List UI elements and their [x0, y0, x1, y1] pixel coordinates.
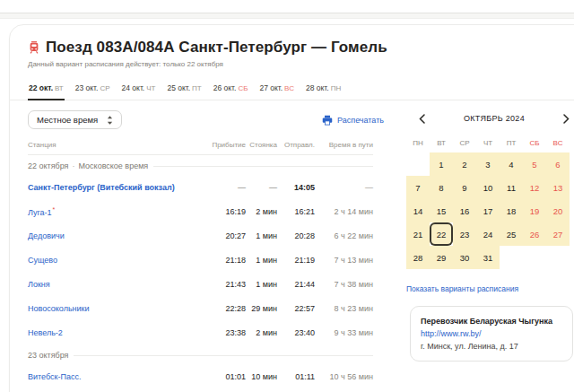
station-link[interactable]: Санкт-Петербург (Витебский вокзал) — [28, 183, 175, 192]
station-link[interactable]: Локня — [28, 280, 50, 289]
tab-weekday: СР — [100, 84, 109, 92]
schedule-validity-note: Данный вариант расписания действует: тол… — [28, 60, 574, 68]
calendar-next-button[interactable] — [561, 112, 571, 126]
weekday-header: СР — [453, 135, 476, 150]
carrier-title: Перевозчик Беларуская Чыгунка — [421, 315, 562, 327]
station-row: Витебск-Пасс. 01:01 10 мин 01:11 10 ч 56… — [28, 364, 373, 388]
calendar-day[interactable]: 9 — [453, 176, 476, 199]
calendar-day[interactable]: 22 — [430, 222, 453, 246]
departure-time: 21:19 — [277, 256, 315, 265]
weekday-header: СБ — [523, 135, 546, 150]
carrier-address: г. Минск, ул. Ленина, д. 17 — [421, 340, 562, 353]
calendar-day[interactable]: 4 — [500, 152, 523, 176]
stop-duration: 2 мин — [246, 207, 277, 216]
section-divider-line — [74, 355, 373, 356]
calendar-day[interactable]: 3 — [476, 152, 500, 176]
calendar-day[interactable]: 12 — [523, 176, 546, 199]
stop-duration: 1 мин — [246, 231, 277, 240]
arrival-time: — — [183, 183, 246, 192]
calendar-day[interactable]: 10 — [476, 176, 500, 199]
elapsed-time: 2 ч 14 мин — [315, 207, 373, 216]
header: Поезд 083А/084А Санкт-Петербург — Гомель… — [10, 25, 574, 68]
date-tab[interactable]: 28 окт.ПН — [305, 79, 342, 100]
calendar-day[interactable]: 14 — [406, 199, 430, 222]
calendar-day[interactable]: 30 — [453, 246, 476, 269]
station-cell: Новосокольники — [28, 304, 183, 313]
carrier-card: Перевозчик Беларуская Чыгунка http://www… — [410, 306, 573, 362]
station-link[interactable]: Сущево — [28, 256, 57, 265]
weekday-header: ПТ — [500, 135, 523, 150]
weekday-header-row: ПНВТСРЧТПТСБВС — [406, 135, 574, 150]
calendar-day[interactable]: 11 — [500, 176, 523, 199]
calendar-day[interactable]: 15 — [430, 199, 453, 222]
date-tab[interactable]: 22 окт.ВТ — [28, 79, 65, 100]
train-schedule-card: Поезд 083А/084А Санкт-Петербург — Гомель… — [9, 24, 574, 392]
calendar-day[interactable]: 8 — [430, 176, 453, 199]
calendar-day[interactable]: 29 — [430, 246, 453, 269]
station-link[interactable]: Невель-2 — [28, 328, 63, 337]
calendar-day[interactable]: 5 — [523, 152, 546, 176]
station-cell: Невель-2 — [28, 328, 183, 337]
printer-icon — [322, 115, 333, 126]
calendar-day[interactable]: 31 — [476, 246, 500, 269]
station-link[interactable]: Новосокольники — [28, 304, 90, 313]
tab-date: 25 окт. — [167, 83, 190, 92]
tab-date: 22 окт. — [29, 83, 53, 92]
elapsed-time: 7 ч 38 мин — [315, 280, 373, 289]
calendar-day[interactable]: 27 — [546, 222, 570, 246]
elapsed-time: — — [315, 183, 373, 192]
calendar-day — [523, 246, 546, 269]
tab-date: 23 окт. — [75, 83, 99, 92]
date-tab[interactable]: 24 окт.ЧТ — [121, 79, 157, 100]
calendar-day[interactable]: 13 — [546, 176, 570, 199]
calendar-day[interactable]: 6 — [546, 152, 570, 176]
calendar-day[interactable]: 28 — [406, 246, 430, 269]
calendar-day[interactable]: 1 — [430, 152, 453, 176]
calendar-day[interactable]: 24 — [476, 222, 500, 246]
print-button[interactable]: Распечатать — [322, 115, 384, 126]
arrival-time: 21:18 — [183, 256, 246, 265]
station-row: Сущево 21:18 1 мин 21:19 7 ч 13 мин — [28, 248, 373, 272]
date-tab[interactable]: 27 окт.ВС — [258, 79, 295, 100]
arrival-time: 16:19 — [183, 207, 246, 216]
col-header-station: Станция — [28, 141, 183, 149]
calendar-day — [500, 246, 523, 269]
col-header-departure: Отправл. — [277, 141, 315, 149]
station-footnote-mark: * — [53, 206, 56, 213]
calendar-day — [546, 246, 570, 269]
calendar: ОКТЯБРЬ 2024 ПНВТСРЧТПТСБВС 123456789101… — [404, 111, 574, 269]
calendar-day[interactable]: 21 — [406, 222, 430, 246]
page-top-strip — [0, 13, 574, 19]
section-divider-line — [153, 166, 373, 167]
calendar-prev-button[interactable] — [417, 112, 427, 126]
calendar-day[interactable]: 25 — [500, 222, 523, 246]
calendar-grid: 1234567891011121314151617181920212223242… — [406, 152, 574, 269]
calendar-day[interactable]: 19 — [523, 199, 546, 222]
station-link[interactable]: Дедовичи — [28, 231, 65, 240]
calendar-day[interactable]: 20 — [546, 199, 570, 222]
calendar-day[interactable]: 23 — [453, 222, 476, 246]
calendar-month-title: ОКТЯБРЬ 2024 — [464, 114, 525, 123]
train-icon — [28, 40, 40, 55]
weekday-header: ВС — [546, 135, 570, 150]
date-tab[interactable]: 23 окт.СР — [74, 79, 111, 100]
time-mode-select[interactable]: Местное время — [28, 110, 122, 129]
calendar-day[interactable]: 2 — [453, 152, 476, 176]
calendar-day[interactable]: 7 — [406, 176, 430, 199]
calendar-day[interactable]: 26 — [523, 222, 546, 246]
table-header-row: Станция Прибытие Стоянка Отправл. Время … — [28, 141, 373, 149]
calendar-day[interactable]: 17 — [476, 199, 500, 222]
calendar-day[interactable]: 18 — [500, 199, 523, 222]
tab-date: 28 окт. — [306, 83, 329, 92]
calendar-day[interactable]: 16 — [453, 199, 476, 222]
show-schedule-variants-link[interactable]: Показать варианты расписания — [406, 284, 518, 293]
station-link[interactable]: Витебск-Пасс. — [28, 372, 81, 381]
stop-duration: 2 мин — [246, 328, 277, 337]
date-tab[interactable]: 25 окт.ПТ — [166, 79, 202, 100]
chevron-right-icon — [563, 114, 570, 124]
station-link[interactable]: Луга-1 — [28, 208, 52, 217]
carrier-url-link[interactable]: http://www.rw.by/ — [421, 327, 562, 340]
station-row: Новосокольники 22:28 29 мин 22:57 8 ч 23… — [28, 296, 373, 320]
time-mode-value: Местное время — [37, 115, 98, 125]
date-tab[interactable]: 26 окт.СБ — [213, 79, 249, 100]
